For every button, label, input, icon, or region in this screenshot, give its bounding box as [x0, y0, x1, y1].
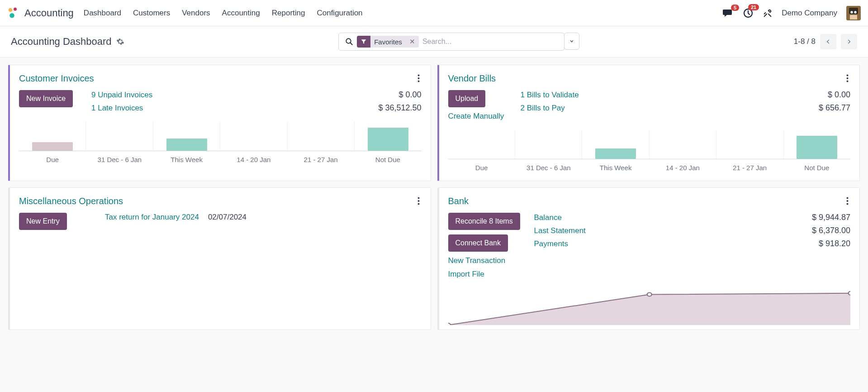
svg-point-16: [417, 197, 419, 199]
balance-value: $ 9,944.87: [812, 213, 850, 222]
tax-return-date: 02/07/2024: [208, 213, 247, 222]
svg-point-18: [417, 203, 419, 205]
card-title[interactable]: Miscellaneous Operations: [19, 196, 123, 206]
search-input[interactable]: [419, 35, 561, 48]
filter-chip-label[interactable]: Favorites: [370, 36, 406, 48]
svg-point-22: [448, 323, 451, 325]
unpaid-invoices-link[interactable]: 9 Unpaid Invoices: [91, 91, 152, 100]
pager: 1-8 / 8: [794, 34, 857, 49]
svg-rect-8: [850, 15, 857, 19]
funnel-icon: [357, 36, 370, 48]
tax-return-link[interactable]: Tax return for January 2024: [105, 213, 199, 222]
pager-prev[interactable]: [820, 34, 836, 49]
topbar-right: 5 21 Demo Company: [723, 6, 861, 20]
svg-point-13: [847, 75, 849, 76]
search-icon[interactable]: [345, 38, 353, 46]
svg-point-23: [647, 293, 651, 296]
card-vendor-bills: Vendor Bills Upload Create Manually 1 Bi…: [437, 65, 860, 181]
nav-customers[interactable]: Customers: [133, 9, 170, 18]
main-nav: Dashboard Customers Vendors Accounting R…: [84, 9, 723, 18]
card-customer-invoices: Customer Invoices New Invoice 9 Unpaid I…: [8, 65, 431, 181]
card-title[interactable]: Vendor Bills: [448, 73, 496, 84]
connect-bank-button[interactable]: Connect Bank: [448, 234, 508, 252]
tools-icon[interactable]: [763, 8, 773, 18]
payments-link[interactable]: Payments: [534, 239, 569, 249]
activities-badge: 21: [748, 4, 759, 10]
topbar: Accounting Dashboard Customers Vendors A…: [0, 0, 868, 26]
svg-point-6: [850, 10, 854, 14]
nav-accounting[interactable]: Accounting: [222, 9, 260, 18]
create-manually-link[interactable]: Create Manually: [448, 112, 504, 121]
pager-text[interactable]: 1-8 / 8: [794, 37, 816, 46]
svg-point-24: [848, 292, 850, 295]
search-box: Favorites ✕: [338, 33, 564, 51]
control-panel: Accounting Dashboard Favorites ✕ 1-8 / 8: [0, 26, 868, 57]
nav-dashboard[interactable]: Dashboard: [84, 9, 121, 18]
avatar[interactable]: [846, 6, 861, 20]
svg-point-11: [417, 77, 419, 79]
company-selector[interactable]: Demo Company: [782, 9, 837, 18]
payments-value: $ 918.20: [819, 239, 850, 249]
bills-to-pay-value: $ 656.77: [819, 103, 850, 113]
bills-to-pay-link[interactable]: 2 Bills to Pay: [521, 104, 565, 113]
new-entry-button[interactable]: New Entry: [19, 213, 67, 230]
page-title: Accounting Dashboard: [11, 36, 112, 48]
card-miscellaneous-operations: Miscellaneous Operations New Entry Tax r…: [8, 187, 431, 330]
search-wrap: Favorites ✕: [133, 33, 785, 51]
new-transaction-link[interactable]: New Transaction: [448, 256, 506, 265]
filter-chip-remove[interactable]: ✕: [406, 36, 419, 48]
vendor-bills-chart: Due31 Dec - 6 JanThis Week14 - 20 Jan21 …: [448, 130, 851, 176]
card-bank: Bank Reconcile 8 Items Connect Bank New …: [437, 187, 860, 330]
kebab-icon[interactable]: [416, 73, 422, 83]
search-options-dropdown[interactable]: [564, 33, 579, 50]
filter-chip-favorites: Favorites ✕: [357, 36, 419, 48]
svg-point-19: [847, 197, 849, 199]
kebab-icon[interactable]: [416, 196, 422, 206]
svg-point-15: [847, 81, 849, 82]
nav-reporting[interactable]: Reporting: [272, 9, 305, 18]
reconcile-button[interactable]: Reconcile 8 Items: [448, 213, 520, 230]
svg-point-1: [14, 7, 17, 10]
last-statement-value: $ 6,378.00: [812, 226, 850, 235]
card-title[interactable]: Bank: [448, 196, 469, 206]
messages-badge: 5: [731, 5, 739, 11]
unpaid-invoices-value: $ 0.00: [398, 90, 421, 100]
svg-point-20: [847, 200, 849, 202]
svg-point-2: [9, 13, 14, 18]
nav-configuration[interactable]: Configuration: [317, 9, 362, 18]
late-invoices-link[interactable]: 1 Late Invoices: [91, 104, 143, 113]
dashboard-content: Customer Invoices New Invoice 9 Unpaid I…: [0, 57, 868, 337]
gear-icon[interactable]: [116, 38, 124, 46]
kebab-icon[interactable]: [844, 196, 850, 206]
upload-button[interactable]: Upload: [448, 90, 486, 107]
svg-point-10: [417, 75, 419, 76]
svg-point-7: [854, 10, 857, 14]
svg-point-14: [847, 77, 849, 79]
balance-link[interactable]: Balance: [534, 213, 562, 222]
app-name[interactable]: Accounting: [24, 7, 74, 19]
import-file-link[interactable]: Import File: [448, 270, 484, 279]
late-invoices-value: $ 36,512.50: [378, 103, 421, 113]
customer-invoices-chart: Due31 Dec - 6 JanThis Week14 - 20 Jan21 …: [19, 122, 422, 168]
svg-point-12: [417, 81, 419, 82]
bills-to-validate-value: $ 0.00: [828, 90, 850, 100]
page-title-wrap: Accounting Dashboard: [11, 36, 124, 48]
new-invoice-button[interactable]: New Invoice: [19, 90, 73, 107]
kebab-icon[interactable]: [844, 73, 850, 83]
svg-point-0: [9, 8, 13, 12]
svg-point-21: [847, 203, 849, 205]
app-logo[interactable]: [7, 7, 20, 19]
nav-vendors[interactable]: Vendors: [182, 9, 210, 18]
card-title[interactable]: Customer Invoices: [19, 73, 94, 84]
bills-to-validate-link[interactable]: 1 Bills to Validate: [521, 91, 579, 100]
svg-point-17: [417, 200, 419, 202]
bank-chart: [448, 284, 851, 325]
last-statement-link[interactable]: Last Statement: [534, 226, 586, 235]
activities-icon[interactable]: 21: [743, 8, 754, 19]
pager-next[interactable]: [841, 34, 857, 49]
messages-icon[interactable]: 5: [723, 8, 734, 18]
